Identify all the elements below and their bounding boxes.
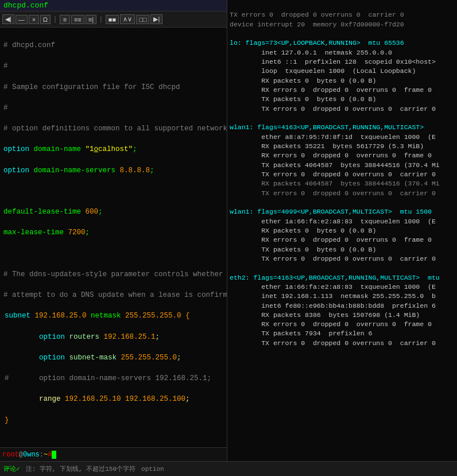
- status-option: option: [141, 466, 164, 473]
- code-line: [1, 186, 226, 196]
- toolbar-sep-1: |: [52, 15, 59, 24]
- status-hint: 注: 字符, 下划线, 不超过150个字符: [26, 465, 135, 473]
- editor-toolbar[interactable]: ◀| — × Ω | ≡ ≡≡ ≡| | ■■ ∧∨ □□ ▶|: [0, 11, 227, 28]
- status-bar: 评论✓ 注: 字符, 下划线, 不超过150个字符 option: [0, 461, 457, 476]
- code-line: # dhcpd.conf: [1, 40, 226, 51]
- subnet-line-1: subnet 192.168.25.0 netmask 255.255.255.…: [2, 311, 224, 321]
- code-line: option domain-name "1ocalhost";: [1, 144, 226, 154]
- left-editor-pane: dhcpd.conf ◀| — × Ω | ≡ ≡≡ ≡| | ■■ ∧∨ □□…: [0, 0, 227, 476]
- toolbar-btn-align1[interactable]: ≡: [60, 15, 70, 24]
- toolbar-btn-dash[interactable]: —: [16, 15, 28, 24]
- terminal-window: dhcpd.conf ◀| — × Ω | ≡ ≡≡ ≡| | ■■ ∧∨ □□…: [0, 0, 457, 476]
- code-line: #: [1, 61, 226, 71]
- toolbar-btn-x1[interactable]: ×: [29, 15, 39, 24]
- editor-title-bar: dhcpd.conf: [0, 0, 227, 11]
- code-line: # Sample configuration file for ISC dhcp…: [1, 82, 226, 92]
- toolbar-sep-2: |: [98, 15, 104, 24]
- toolbar-btn-arrows[interactable]: ∧∨: [120, 14, 135, 24]
- subnet-line-4: # option domain-name-servers 192.168.25.…: [2, 373, 224, 384]
- terminal-output: TX errors 0 dropped 0 overruns 0 carrier…: [227, 0, 457, 358]
- code-line: [1, 249, 226, 259]
- bottom-prompt-area: root@0wns:~#: [0, 447, 227, 461]
- toolbar-btn-align2[interactable]: ≡≡: [71, 15, 84, 24]
- code-line: # option definitions common to all suppo…: [1, 123, 226, 134]
- prompt-sep: :: [40, 451, 44, 459]
- code-line: default-lease-time 600;: [1, 207, 226, 217]
- code-line: # The ddns-updates-style parameter contr…: [1, 269, 226, 280]
- subnet-line-3: option subnet-mask 255.255.255.0;: [2, 353, 224, 363]
- toolbar-btn-align3[interactable]: ≡|: [86, 15, 96, 24]
- cursor-block: [52, 451, 56, 459]
- prompt-at: @: [19, 451, 23, 459]
- prompt-user: root: [2, 451, 19, 459]
- prompt-hash: #: [48, 451, 52, 459]
- toolbar-btn-omega[interactable]: Ω: [40, 15, 51, 24]
- status-checkbox: 评论✓: [3, 465, 20, 473]
- prompt-host: 0wns: [23, 451, 40, 459]
- toolbar-btn-end[interactable]: ▶|: [150, 14, 162, 24]
- subnet-line-2: option routers 192.168.25.1;: [2, 332, 224, 342]
- subnet-block: subnet 192.168.25.0 netmask 255.255.255.…: [0, 299, 227, 447]
- code-line: option domain-name-servers 8.8.8.8;: [1, 165, 226, 176]
- prompt-path: ~: [44, 451, 48, 459]
- subnet-line-6: }: [2, 415, 224, 425]
- toolbar-btn-blocks[interactable]: ■■: [106, 15, 119, 24]
- code-line: #: [1, 103, 226, 113]
- toolbar-btn-squares[interactable]: □□: [136, 15, 149, 24]
- file-title: dhcpd.conf: [3, 1, 48, 10]
- toolbar-btn-start[interactable]: ◀|: [2, 14, 14, 24]
- subnet-line-5: range 192.168.25.10 192.168.25.100;: [2, 394, 224, 404]
- code-line: max-lease-time 7200;: [1, 227, 226, 238]
- right-terminal-pane: TX errors 0 dropped 0 overruns 0 carrier…: [227, 0, 457, 476]
